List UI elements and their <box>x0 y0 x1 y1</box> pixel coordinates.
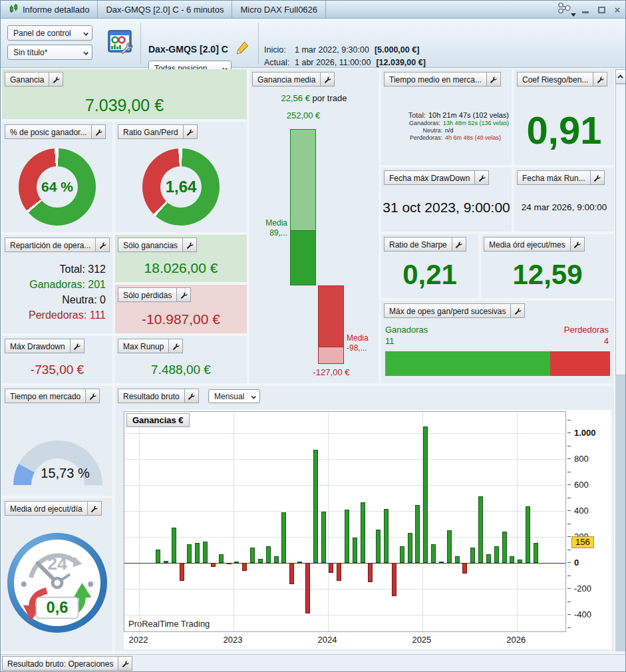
y-axis-tick <box>567 420 571 420</box>
edit-pencil-icon[interactable] <box>235 41 249 58</box>
tab-instrument[interactable]: Micro DAX Full0626 <box>232 1 326 18</box>
y-axis: 1.0008006004002000-200-400156 <box>567 411 611 632</box>
chart-settings-icon-button[interactable] <box>107 29 134 59</box>
y-axis-tick <box>567 484 571 485</box>
chart-bar <box>203 542 208 563</box>
wrench-icon[interactable] <box>570 238 584 251</box>
fecha-runup-value: 24 mar 2026, 9:00:00 <box>514 202 614 212</box>
wrench-icon[interactable] <box>87 502 101 515</box>
gridline <box>124 485 565 486</box>
ganancia-value: 7.039,00 € <box>2 96 247 115</box>
system-name: Dax-GMQS [2.0] C <box>148 44 228 55</box>
x-axis: 20222023202420252026 <box>124 635 611 648</box>
chart-bar <box>415 505 420 563</box>
tab-system[interactable]: Dax-GMQS [2.0] C - 6 minutos <box>98 1 232 18</box>
wrench-icon[interactable] <box>118 657 132 670</box>
sucesivas-bar-green <box>385 351 550 376</box>
chart-bar <box>172 528 176 563</box>
wrench-icon[interactable] <box>510 304 524 317</box>
wrench-icon[interactable] <box>452 238 466 251</box>
x-axis-label: 2023 <box>223 635 242 645</box>
y-axis-tick <box>567 510 571 511</box>
y-axis-tick <box>567 562 571 563</box>
scrollbar-thumb[interactable] <box>615 84 626 375</box>
panel-title: Ganancia media <box>253 73 320 86</box>
media-pos-label: Media89,... <box>249 218 287 238</box>
chart-bar <box>227 563 232 564</box>
y-axis-label: -400 <box>574 609 591 619</box>
tab-informe-detallado[interactable]: Informe detallado <box>1 1 98 18</box>
title-bar: Informe detallado Dax-GMQS [2.0] C - 6 m… <box>1 1 626 19</box>
wrench-icon[interactable] <box>95 238 109 252</box>
wrench-icon[interactable] <box>486 73 500 86</box>
panel-title: Fecha máx DrawDown <box>385 171 474 184</box>
gridline <box>124 459 565 460</box>
last-value-badge: 156 <box>571 536 594 548</box>
panel-title: Fecha máx Run... <box>518 171 590 184</box>
chart-bar <box>353 538 357 563</box>
panel-pct-ganadoras: % de posic ganador... 64 % <box>2 122 112 232</box>
maximize-button[interactable] <box>596 5 607 15</box>
wrench-icon[interactable] <box>320 73 334 86</box>
panel-tiempo-medio: Tiempo medio en merca... Total:10h 21m 4… <box>381 69 512 165</box>
minimize-button[interactable] <box>580 5 591 15</box>
wrench-icon[interactable] <box>70 339 84 353</box>
panel-title: Ratio de Sharpe <box>385 238 452 251</box>
max-gain-label: 252,00 € <box>263 110 343 120</box>
wrench-icon[interactable] <box>49 73 63 86</box>
wrench-icon[interactable] <box>182 238 196 252</box>
panel-reparticion: Repartición de opera... Total: 312 Ganad… <box>2 235 112 333</box>
chart-bar <box>392 563 396 596</box>
chevron-down-icon <box>251 394 256 399</box>
panel-ratio-sharpe: Ratio de Sharpe 0,21 <box>381 234 478 298</box>
vertical-scrollbar[interactable] <box>615 69 626 651</box>
y-axis-tick <box>567 627 571 628</box>
chevron-down-icon <box>83 50 88 55</box>
wrench-icon[interactable] <box>590 171 604 184</box>
template-dropdown[interactable]: Sin título* <box>7 45 92 60</box>
panel-ganancia-media: Ganancia media 22,56 € por trade 252,00 … <box>249 69 379 383</box>
chart-bar <box>305 563 310 613</box>
panel-fecha-runup: Fecha máx Run... 24 mar 2026, 9:00:00 <box>514 168 614 232</box>
series-button[interactable]: Ganancias € <box>126 413 190 427</box>
x-axis-label: 2022 <box>129 635 148 645</box>
avg-gain-bar-light <box>290 129 316 230</box>
close-button[interactable]: × <box>612 5 623 15</box>
panel-ganancia: Ganancia 7.039,00 € <box>2 69 247 119</box>
wrench-icon[interactable] <box>474 171 488 184</box>
wrench-icon[interactable] <box>593 73 607 86</box>
period-dropdown[interactable]: Mensual <box>208 389 260 403</box>
wrench-icon[interactable] <box>176 288 190 301</box>
panel-coef-riesgo: Coef Riesgo/ben... 0,91 <box>514 69 614 165</box>
y-axis-tick <box>567 432 571 433</box>
ratio-gan-perd-value: 1,64 <box>142 148 220 226</box>
wrench-icon[interactable] <box>168 339 182 353</box>
y-axis-tick <box>567 550 571 550</box>
wrench-icon[interactable] <box>85 389 99 403</box>
year-gridline <box>234 412 234 631</box>
chart-bar <box>470 548 475 563</box>
media-ord-dia-clock: 24 0,6 <box>7 533 107 633</box>
chart-bar <box>281 512 286 563</box>
chart-bar <box>250 548 255 563</box>
actual-amount: [12.039,00 €] <box>376 57 425 69</box>
y-axis-tick <box>567 498 571 498</box>
sucesivas-perdedoras-value: 4 <box>604 336 609 346</box>
sucesivas-bar <box>385 351 610 376</box>
scroll-up-button[interactable] <box>615 69 626 84</box>
chart-bar <box>376 530 381 563</box>
panel-title: Sólo ganancias <box>118 238 182 252</box>
panel-de-control-dropdown[interactable]: Panel de control <box>7 25 92 41</box>
wrench-icon[interactable] <box>184 389 198 403</box>
per-trade-value: 22,56 € por trade <box>249 93 379 103</box>
share-button[interactable] <box>557 2 575 18</box>
gridline <box>124 433 565 434</box>
panel-max-drawdown: Máx Drawdown -735,00 € <box>2 336 112 383</box>
wrench-icon[interactable] <box>183 125 197 138</box>
gridline <box>124 615 565 615</box>
wrench-icon[interactable] <box>91 125 105 138</box>
gridline <box>124 589 565 589</box>
chart-bar <box>518 560 522 563</box>
year-gridline <box>517 412 518 631</box>
avg-loss-bar-light <box>318 347 344 365</box>
